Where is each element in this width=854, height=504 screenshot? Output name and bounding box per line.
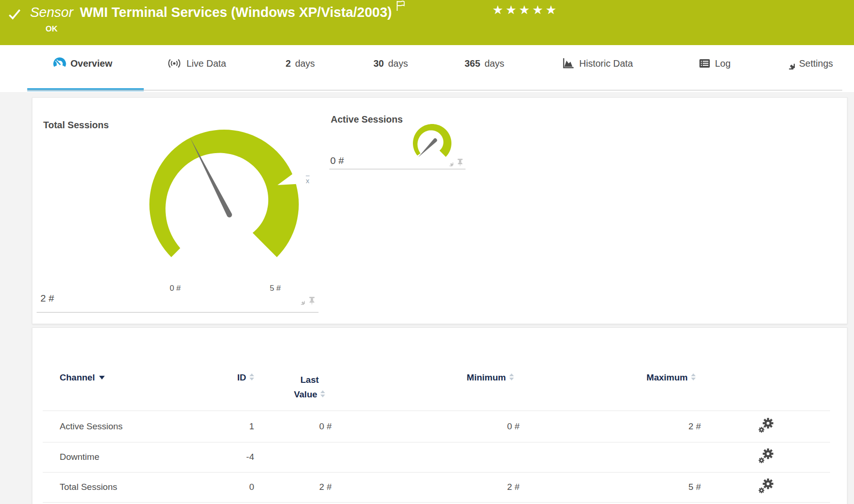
column-header-id[interactable]: ID (237, 372, 254, 383)
total-gauge-toolbar (297, 297, 316, 305)
cell-channel[interactable]: Total Sessions (60, 482, 117, 492)
sort-desc-icon (99, 376, 105, 380)
tab-365-days-number: 365 (465, 58, 480, 69)
tab-2-days-number: 2 (286, 58, 291, 69)
total-sessions-current-value: 2 # (40, 293, 54, 304)
tab-historic-data[interactable]: Historic Data (562, 55, 633, 71)
tab-overview-label: Overview (70, 58, 112, 69)
tab-2-days-unit: days (295, 58, 315, 69)
tab-live-data[interactable]: Live Data (166, 55, 226, 71)
pin-icon[interactable] (457, 159, 464, 167)
page-title: WMI Terminal Services (Windows XP/Vista/… (80, 5, 392, 20)
cell-id: -4 (246, 452, 254, 462)
object-kind-label: Sensor (30, 5, 73, 20)
tab-30-days[interactable]: 30 days (373, 55, 408, 71)
cell-minimum: 0 # (507, 421, 520, 432)
column-header-channel[interactable]: Channel (60, 372, 105, 383)
tab-settings-label: Settings (799, 58, 833, 69)
table-row-downtime[interactable]: Downtime -4 (43, 442, 830, 472)
channel-gear-icon[interactable] (297, 297, 305, 305)
column-header-minimum[interactable]: Minimum (467, 372, 514, 383)
active-gauge-underline (329, 169, 466, 170)
cell-id: 1 (249, 421, 254, 432)
flag-marker-icon[interactable] (396, 0, 406, 11)
priority-stars[interactable]: ★★★★★ (492, 3, 559, 17)
sort-icon (691, 373, 696, 380)
gear-icon (783, 58, 795, 70)
sort-icon (509, 373, 514, 380)
gauges-panel: Total Sessions 2 # 0 # 5 # x Active Sess… (32, 97, 847, 324)
tab-historic-data-label: Historic Data (579, 58, 633, 69)
tab-30-days-unit: days (388, 58, 408, 69)
tab-30-days-number: 30 (373, 58, 384, 69)
total-gauge-underline (37, 312, 318, 313)
tab-2-days[interactable]: 2 days (286, 55, 315, 71)
channels-table-panel: Channel ID LastValue Minimum Maximum Act… (32, 327, 847, 504)
tab-bar-divider (27, 90, 842, 91)
log-list-icon (699, 58, 711, 69)
pin-icon[interactable] (308, 297, 316, 305)
tab-365-days-unit: days (484, 58, 504, 69)
active-sessions-gauge[interactable] (413, 124, 451, 161)
column-header-last-value[interactable]: LastValue (277, 372, 342, 402)
channel-gear-icon[interactable] (446, 159, 453, 167)
channel-settings-gears-icon[interactable] (758, 478, 776, 496)
tab-365-days[interactable]: 365 days (465, 55, 505, 71)
channels-table: Channel ID LastValue Minimum Maximum Act… (43, 328, 830, 504)
cell-maximum: 5 # (689, 482, 701, 492)
cell-minimum: 2 # (507, 482, 520, 492)
total-sessions-gauge[interactable] (149, 130, 299, 257)
ok-checkmark-icon (8, 8, 22, 22)
channel-settings-gears-icon[interactable] (758, 448, 776, 466)
cell-maximum: 2 # (689, 421, 701, 432)
cell-channel[interactable]: Active Sessions (60, 421, 123, 432)
channel-settings-gears-icon[interactable] (758, 417, 776, 436)
status-badge: OK (46, 24, 58, 34)
sort-icon (320, 390, 325, 397)
table-row-active-sessions[interactable]: Active Sessions 1 0 # 0 # 2 # (43, 411, 830, 442)
cell-id: 0 (249, 482, 254, 492)
active-sessions-current-value: 0 # (330, 155, 344, 166)
tab-log[interactable]: Log (699, 55, 730, 71)
area-chart-icon (562, 57, 575, 70)
sensor-status-header: SensorWMI Terminal Services (Windows XP/… (0, 0, 854, 45)
broadcast-icon (166, 57, 182, 70)
cell-last-value: 2 # (319, 482, 332, 492)
tab-settings[interactable]: Settings (783, 55, 833, 71)
active-gauge-toolbar (446, 159, 464, 167)
row-divider (43, 502, 830, 503)
cell-last-value: 0 # (319, 421, 332, 432)
total-sessions-max-label: 5 # (265, 284, 286, 293)
tab-overview[interactable]: Overview (53, 55, 112, 71)
cell-channel[interactable]: Downtime (60, 452, 99, 462)
gauge-title-active-sessions: Active Sessions (331, 114, 403, 125)
tab-log-label: Log (715, 58, 730, 69)
tab-live-data-label: Live Data (186, 58, 226, 69)
sort-icon (249, 373, 254, 380)
gauge-title-total-sessions: Total Sessions (43, 120, 109, 131)
total-sessions-min-label: 0 # (165, 284, 186, 293)
average-marker-label: x (306, 176, 310, 185)
column-header-maximum[interactable]: Maximum (646, 372, 696, 383)
table-row-total-sessions[interactable]: Total Sessions 0 2 # 2 # 5 # (43, 472, 830, 502)
tab-bar: Overview Live Data 2 days 30 days 365 da… (0, 45, 854, 92)
gauges-canvas (32, 98, 847, 324)
gauge-icon (53, 57, 66, 70)
